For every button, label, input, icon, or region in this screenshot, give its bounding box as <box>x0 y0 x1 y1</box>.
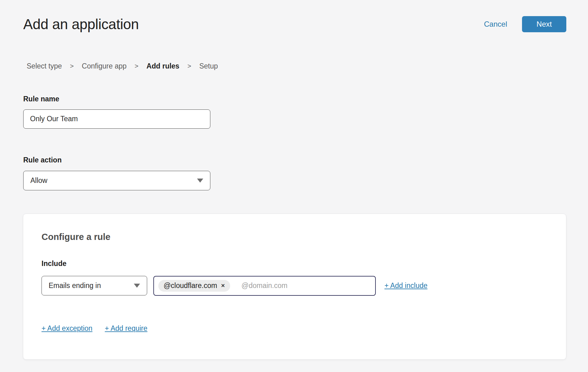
rule-name-label: Rule name <box>23 95 588 103</box>
email-domain-input[interactable] <box>241 281 371 290</box>
add-require-link[interactable]: + Add require <box>105 324 147 333</box>
add-exception-link[interactable]: + Add exception <box>42 324 92 333</box>
chip-remove-icon[interactable]: ✕ <box>221 283 225 288</box>
chip-label: @cloudflare.com <box>164 281 217 290</box>
rule-action-label: Rule action <box>23 156 588 164</box>
breadcrumb-step-add-rules: Add rules <box>147 62 179 70</box>
email-domains-field[interactable]: @cloudflare.com ✕ <box>153 276 376 296</box>
card-footer-links: + Add exception + Add require <box>42 324 547 333</box>
include-type-select[interactable]: Emails ending in <box>42 276 147 295</box>
breadcrumb: Select type > Configure app > Add rules … <box>27 62 588 70</box>
chevron-down-icon <box>134 284 140 288</box>
include-type-selected-value: Emails ending in <box>49 281 101 290</box>
chevron-down-icon <box>197 179 203 183</box>
email-domain-chip: @cloudflare.com ✕ <box>158 280 230 292</box>
breadcrumb-step-configure-app[interactable]: Configure app <box>82 62 127 70</box>
page-header: Add an application Cancel Next <box>0 0 588 33</box>
add-include-link[interactable]: + Add include <box>384 281 428 290</box>
configure-rule-card: Configure a rule Include Emails ending i… <box>23 214 566 360</box>
card-title: Configure a rule <box>42 232 547 242</box>
page-title: Add an application <box>23 16 139 33</box>
breadcrumb-step-setup: Setup <box>199 62 218 70</box>
breadcrumb-separator: > <box>135 62 138 70</box>
include-label: Include <box>42 259 547 268</box>
breadcrumb-separator: > <box>70 62 74 70</box>
next-button[interactable]: Next <box>522 16 566 32</box>
rule-name-input[interactable] <box>23 109 210 129</box>
header-actions: Cancel Next <box>484 16 566 32</box>
include-row: Emails ending in @cloudflare.com ✕ + Add… <box>42 276 547 296</box>
rule-action-select[interactable]: Allow <box>23 171 210 190</box>
breadcrumb-step-select-type[interactable]: Select type <box>27 62 62 70</box>
rule-action-selected-value: Allow <box>30 176 47 185</box>
breadcrumb-separator: > <box>187 62 191 70</box>
cancel-button[interactable]: Cancel <box>484 20 507 29</box>
